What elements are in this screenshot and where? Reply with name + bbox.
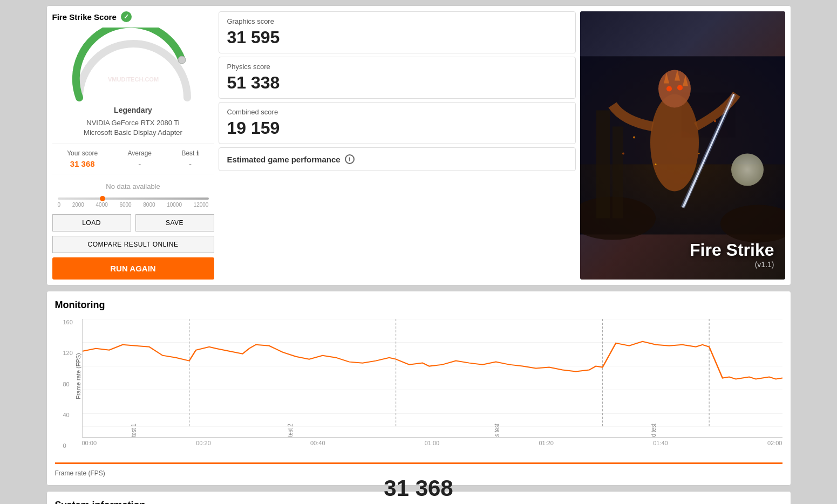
monitoring-chart: Graphics test 1 Graphics test 2 Physics …	[82, 319, 782, 438]
svg-text:VMUDITECH.COM: VMUDITECH.COM	[107, 76, 158, 83]
svg-point-20	[622, 153, 624, 155]
svg-point-14	[666, 86, 672, 92]
scale-labels: 0 2000 4000 6000 8000 10000 12000	[58, 202, 209, 208]
run-again-button[interactable]: RUN AGAIN	[52, 257, 214, 280]
load-button[interactable]: LOAD	[52, 214, 131, 231]
estimated-info-icon[interactable]: i	[345, 154, 355, 164]
x-axis-labels: 00:00 00:20 00:40 01:00 01:20 01:40 02:0…	[82, 440, 782, 446]
legend-divider	[55, 462, 782, 464]
svg-point-9	[650, 94, 699, 192]
svg-point-15	[677, 85, 683, 91]
monitoring-title: Monitoring	[55, 299, 782, 311]
compare-button[interactable]: COMPARE RESULT ONLINE	[52, 236, 214, 253]
svg-point-17	[714, 120, 716, 122]
svg-point-10	[658, 70, 691, 108]
no-data-label: No data available	[52, 182, 214, 190]
load-save-buttons: LOAD SAVE	[52, 214, 214, 231]
y-axis-label: Frame rate (FPS)	[74, 353, 81, 400]
verified-icon: ✓	[121, 11, 132, 22]
svg-text:Combined test: Combined test	[650, 423, 657, 438]
estimated-game-box: Estimated game performance i	[219, 147, 576, 171]
score-comparison: Your score 31 368 Average - Best ℹ -	[52, 144, 214, 174]
svg-text:Physics test: Physics test	[493, 423, 500, 438]
physics-score-box: Physics score 51 338	[219, 57, 576, 99]
svg-text:Graphics test 2: Graphics test 2	[287, 424, 294, 438]
save-button[interactable]: SAVE	[135, 214, 214, 231]
svg-point-19	[698, 153, 699, 154]
svg-point-0	[178, 56, 186, 64]
svg-text:Graphics test 1: Graphics test 1	[130, 424, 137, 438]
gpu1-label: NVIDIA GeForce RTX 2080 Ti	[52, 119, 214, 127]
game-artwork	[580, 11, 785, 280]
svg-point-4	[731, 154, 764, 186]
game-title-overlay: Fire Strike (v1.1)	[690, 240, 774, 269]
score-label: Legendary	[52, 106, 214, 114]
scale-bar-container	[58, 197, 209, 200]
best-info-icon[interactable]: ℹ	[196, 149, 199, 157]
app-title: Fire Strike Score ✓	[52, 11, 214, 22]
svg-rect-7	[596, 111, 610, 219]
combined-score-box: Combined score 19 159	[219, 102, 576, 144]
game-image-panel: Fire Strike (v1.1)	[580, 11, 785, 280]
graphics-score-box: Graphics score 31 595	[219, 11, 576, 53]
main-score: 31 368	[384, 475, 453, 501]
y-axis-ticks: 160 120 80 40 0	[63, 319, 73, 449]
svg-point-16	[633, 137, 635, 139]
svg-rect-8	[613, 127, 623, 219]
svg-point-18	[655, 164, 656, 165]
gauge-chart: VMUDITECH.COM	[52, 28, 214, 103]
chart-wrapper: Frame rate (FPS) 160 120 80 40 0	[55, 319, 782, 462]
monitoring-section: Monitoring Frame rate (FPS) 160 120 80 4…	[46, 291, 791, 486]
gpu2-label: Microsoft Basic Display Adapter	[52, 128, 214, 137]
